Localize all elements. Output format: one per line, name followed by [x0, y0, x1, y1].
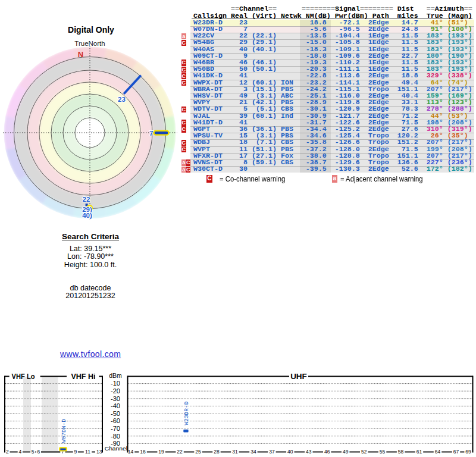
svg-text:-60: -60	[111, 418, 120, 424]
svg-text:16: 16	[140, 449, 146, 455]
svg-text:64: 64	[435, 449, 441, 455]
svg-text:22: 22	[177, 449, 183, 455]
svg-text:55: 55	[380, 449, 386, 455]
svg-text:19: 19	[158, 449, 164, 455]
svg-text:37: 37	[269, 449, 275, 455]
svg-text:-10: -10	[111, 380, 120, 387]
svg-text:-80: -80	[111, 433, 120, 440]
svg-text:34: 34	[250, 449, 256, 455]
svg-text:7: 7	[149, 130, 153, 137]
svg-text:61: 61	[416, 449, 422, 455]
svg-text:67: 67	[453, 449, 459, 455]
svg-text:40: 40	[287, 449, 293, 455]
svg-text:69: 69	[465, 449, 471, 455]
svg-text:N: N	[78, 50, 83, 59]
svg-text:2: 2	[6, 449, 9, 455]
svg-text:13: 13	[96, 449, 102, 455]
svg-text:49: 49	[343, 449, 349, 455]
svg-text:-30: -30	[111, 396, 120, 402]
svg-text:VHF Lo: VHF Lo	[12, 372, 35, 381]
svg-text:46: 46	[324, 449, 330, 455]
svg-text:14: 14	[128, 449, 134, 455]
svg-text:W07DN-D: W07DN-D	[61, 419, 67, 443]
svg-text:11: 11	[85, 449, 90, 455]
svg-text:Channel: Channel	[105, 445, 127, 452]
svg-text:6: 6	[37, 449, 40, 455]
svg-text:31: 31	[232, 449, 238, 455]
svg-text:58: 58	[398, 449, 404, 455]
svg-text:28: 28	[214, 449, 220, 455]
svg-text:5: 5	[32, 449, 35, 455]
svg-text:-50: -50	[111, 411, 120, 417]
svg-text:23: 23	[118, 96, 126, 103]
svg-text:22: 22	[83, 196, 90, 203]
svg-text:9: 9	[74, 449, 77, 455]
svg-text:-20: -20	[111, 388, 120, 395]
svg-text:W23DR-D: W23DR-D	[183, 401, 190, 425]
svg-text:UHF: UHF	[290, 372, 307, 381]
svg-text:52: 52	[361, 449, 367, 455]
svg-text:25: 25	[195, 449, 201, 455]
svg-text:40): 40)	[82, 212, 92, 219]
svg-text:VHF Hi: VHF Hi	[71, 372, 96, 381]
svg-text:43: 43	[306, 449, 312, 455]
svg-text:-40: -40	[111, 403, 120, 409]
svg-text:-70: -70	[111, 425, 120, 432]
svg-text:dBm: dBm	[109, 372, 122, 379]
svg-text:4: 4	[18, 449, 21, 455]
